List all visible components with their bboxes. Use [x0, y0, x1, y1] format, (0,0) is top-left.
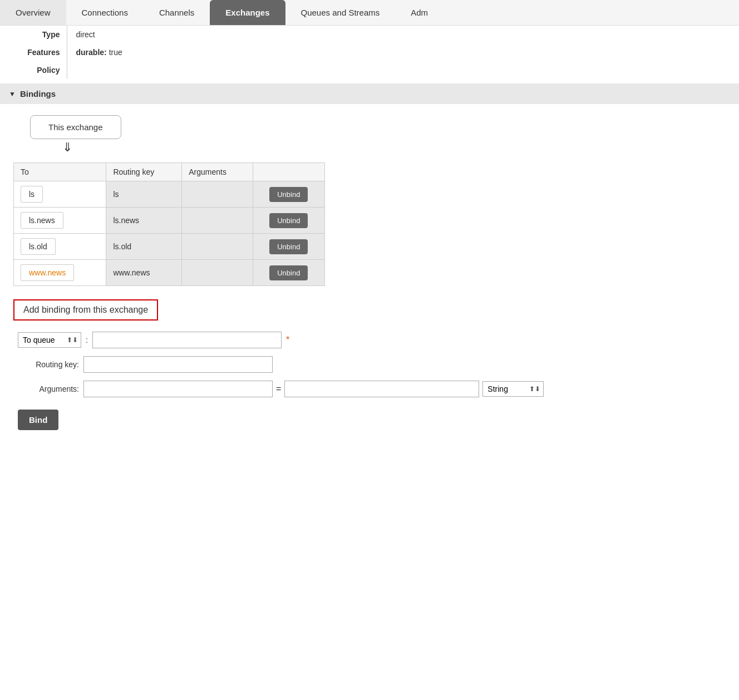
type-value: direct [67, 26, 739, 43]
to-queue-label: To queue To exchange ⬆⬇ [18, 332, 81, 348]
unbind-button[interactable]: Unbind [269, 239, 308, 254]
equals-sign: = [276, 384, 281, 394]
to-queue-row: To queue To exchange ⬆⬇ : * [18, 332, 721, 348]
to-queue-colon: : [86, 336, 88, 344]
arguments-row: Arguments: = String Number Boolean ⬆⬇ [18, 381, 721, 397]
arguments-key-input[interactable] [83, 381, 273, 397]
routing-key-row: Routing key: [18, 356, 721, 373]
queue-cell: www.news [14, 260, 106, 286]
down-arrow-icon: ⇓ [62, 141, 72, 154]
queue-cell: ls.news [14, 208, 106, 234]
args-type-select[interactable]: String Number Boolean [482, 381, 544, 397]
table-row: ls.oldls.oldUnbind [14, 234, 325, 260]
routing-key-cell: ls.old [106, 234, 182, 260]
to-queue-input[interactable] [92, 332, 282, 348]
features-label: Features [0, 43, 67, 61]
routing-key-input[interactable] [83, 356, 273, 373]
arguments-value-input[interactable] [284, 381, 479, 397]
arguments-label: Arguments: [18, 384, 79, 393]
queue-link[interactable]: ls.news [21, 212, 63, 229]
action-cell: Unbind [253, 181, 324, 208]
arguments-cell [182, 181, 253, 208]
properties-table: Type direct Features durable: true Polic… [0, 26, 739, 79]
policy-label: Policy [0, 61, 67, 79]
args-inputs: = String Number Boolean ⬆⬇ [83, 381, 544, 397]
features-value: durable: true [67, 43, 739, 61]
queue-link[interactable]: ls [21, 186, 43, 203]
binding-form: To queue To exchange ⬆⬇ : * Routing key:… [13, 332, 726, 430]
nav-adm[interactable]: Adm [395, 0, 444, 25]
table-row: lslsUnbind [14, 181, 325, 208]
exchange-box: This exchange [30, 115, 121, 139]
action-cell: Unbind [253, 260, 324, 286]
queue-link[interactable]: ls.old [21, 238, 56, 255]
routing-key-label: Routing key: [18, 360, 79, 369]
bindings-collapse-icon[interactable]: ▼ [9, 90, 16, 98]
queue-cell: ls.old [14, 234, 106, 260]
unbind-button[interactable]: Unbind [269, 213, 308, 228]
to-queue-select[interactable]: To queue To exchange [18, 332, 81, 348]
col-action [253, 163, 324, 181]
nav-connections[interactable]: Connections [66, 0, 144, 25]
col-to: To [14, 163, 106, 181]
arguments-cell [182, 260, 253, 286]
nav-overview[interactable]: Overview [0, 0, 66, 25]
queue-link[interactable]: www.news [21, 264, 74, 281]
policy-value [67, 61, 739, 79]
bindings-content: This exchange ⇓ To Routing key Arguments… [0, 104, 739, 441]
type-label: Type [0, 26, 67, 43]
nav-channels[interactable]: Channels [144, 0, 210, 25]
add-binding-header[interactable]: Add binding from this exchange [13, 299, 158, 321]
routing-key-cell: ls [106, 181, 182, 208]
routing-key-cell: www.news [106, 260, 182, 286]
arguments-cell [182, 208, 253, 234]
bindings-section-header: ▼ Bindings [0, 83, 739, 104]
col-routing-key: Routing key [106, 163, 182, 181]
to-queue-select-wrapper[interactable]: To queue To exchange ⬆⬇ [18, 332, 81, 348]
col-arguments: Arguments [182, 163, 253, 181]
nav-exchanges[interactable]: Exchanges [210, 0, 285, 25]
action-cell: Unbind [253, 208, 324, 234]
routing-key-cell: ls.news [106, 208, 182, 234]
table-row: ls.newsls.newsUnbind [14, 208, 325, 234]
exchange-box-container: This exchange ⇓ [30, 115, 726, 154]
navigation: Overview Connections Channels Exchanges … [0, 0, 739, 26]
bindings-table: To Routing key Arguments lslsUnbindls.ne… [13, 162, 325, 286]
unbind-button[interactable]: Unbind [269, 265, 308, 280]
table-row: www.newswww.newsUnbind [14, 260, 325, 286]
arguments-cell [182, 234, 253, 260]
unbind-button[interactable]: Unbind [269, 187, 308, 202]
queue-cell: ls [14, 181, 106, 208]
bind-button[interactable]: Bind [18, 410, 58, 430]
args-type-select-wrapper[interactable]: String Number Boolean ⬆⬇ [482, 381, 544, 397]
bindings-label: Bindings [20, 89, 56, 98]
required-star: * [286, 335, 289, 345]
action-cell: Unbind [253, 234, 324, 260]
nav-queues-streams[interactable]: Queues and Streams [285, 0, 396, 25]
